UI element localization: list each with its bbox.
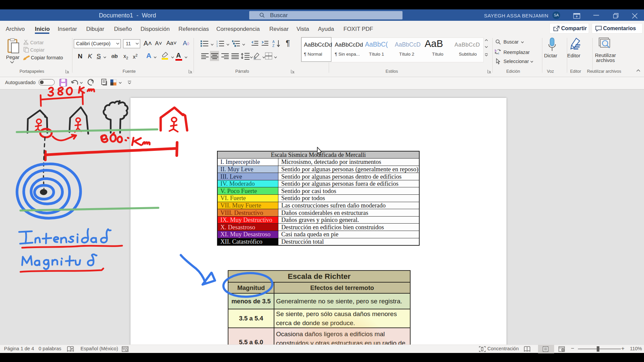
svg-text:2: 2 [216,43,218,45]
svg-text:c: c [498,52,499,55]
svg-text:b: b [495,49,496,52]
svg-text:3: 3 [216,45,218,47]
svg-text:1: 1 [216,40,218,43]
svg-text:Z: Z [272,44,274,48]
svg-text:A: A [272,40,275,44]
